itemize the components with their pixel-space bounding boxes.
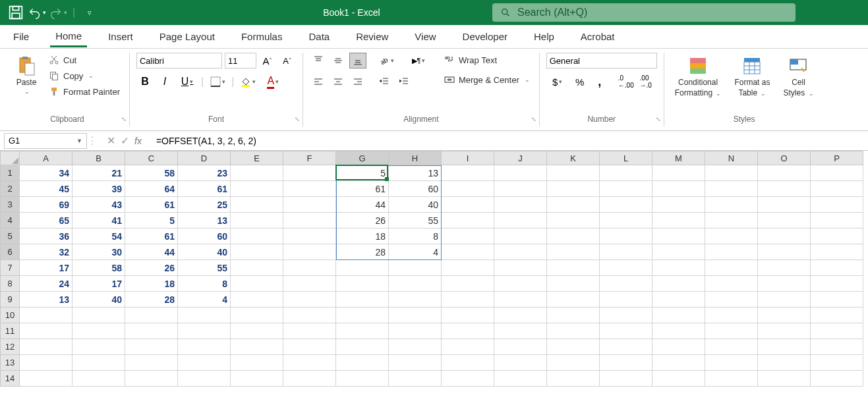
cell-G12[interactable]: [336, 339, 389, 355]
cell-L6[interactable]: [600, 244, 652, 260]
cell-I6[interactable]: [442, 244, 494, 260]
cell-F13[interactable]: [283, 355, 336, 371]
cell-I7[interactable]: [442, 260, 494, 276]
cell-E7[interactable]: [231, 260, 283, 276]
column-header-E[interactable]: E: [231, 151, 283, 165]
cell-D12[interactable]: [178, 339, 231, 355]
cell-C10[interactable]: [125, 308, 178, 323]
cell-B5[interactable]: 54: [72, 229, 125, 244]
cell-P9[interactable]: [811, 292, 863, 308]
cell-M2[interactable]: [652, 181, 705, 197]
cell-P8[interactable]: [811, 276, 863, 292]
cell-C4[interactable]: 5: [125, 213, 178, 229]
cell-L1[interactable]: [600, 165, 652, 181]
cell-J2[interactable]: [494, 181, 547, 197]
cell-M12[interactable]: [652, 339, 705, 355]
column-header-N[interactable]: N: [705, 151, 758, 165]
cell-G1[interactable]: 5: [336, 165, 389, 181]
cell-O1[interactable]: [758, 165, 811, 181]
copy-button[interactable]: Copy⌄: [46, 68, 123, 83]
cell-E12[interactable]: [231, 339, 283, 355]
cell-H5[interactable]: 8: [389, 229, 442, 244]
cell-K3[interactable]: [547, 197, 600, 213]
cell-L3[interactable]: [600, 197, 652, 213]
percent-format-icon[interactable]: %: [571, 74, 589, 90]
cell-A5[interactable]: 36: [20, 229, 72, 244]
cell-J10[interactable]: [494, 308, 547, 323]
cell-O10[interactable]: [758, 308, 811, 323]
cell-G14[interactable]: [336, 371, 389, 387]
cell-D9[interactable]: 4: [178, 292, 231, 308]
cell-P2[interactable]: [811, 181, 863, 197]
cell-C7[interactable]: 26: [125, 260, 178, 276]
column-header-M[interactable]: M: [652, 151, 705, 165]
cell-G4[interactable]: 26: [336, 213, 389, 229]
cell-P12[interactable]: [811, 339, 863, 355]
cancel-formula-icon[interactable]: ✕: [107, 134, 115, 147]
cell-H2[interactable]: 60: [389, 181, 442, 197]
customize-qat-icon[interactable]: ▿: [80, 3, 99, 22]
cell-J1[interactable]: [494, 165, 547, 181]
comma-format-icon[interactable]: ,: [591, 74, 608, 90]
cell-K1[interactable]: [547, 165, 600, 181]
font-name-select[interactable]: [136, 53, 222, 68]
cell-N12[interactable]: [705, 339, 758, 355]
cell-O3[interactable]: [758, 197, 811, 213]
cell-P4[interactable]: [811, 213, 863, 229]
cell-P11[interactable]: [811, 323, 863, 339]
cell-J3[interactable]: [494, 197, 547, 213]
cell-H7[interactable]: [389, 260, 442, 276]
name-box[interactable]: G1▼: [4, 133, 87, 149]
cell-B12[interactable]: [72, 339, 125, 355]
cell-F7[interactable]: [283, 260, 336, 276]
cell-J13[interactable]: [494, 355, 547, 371]
cell-C5[interactable]: 61: [125, 229, 178, 244]
decrease-decimal-icon[interactable]: .00→.0: [637, 74, 654, 90]
cell-E8[interactable]: [231, 276, 283, 292]
cell-F9[interactable]: [283, 292, 336, 308]
cell-J14[interactable]: [494, 371, 547, 387]
cell-I13[interactable]: [442, 355, 494, 371]
decrease-indent-icon[interactable]: [376, 74, 393, 90]
row-header-5[interactable]: 5: [0, 229, 20, 244]
row-header-1[interactable]: 1: [0, 165, 20, 181]
format-painter-button[interactable]: Format Painter: [46, 84, 123, 99]
cell-N1[interactable]: [705, 165, 758, 181]
cell-O5[interactable]: [758, 229, 811, 244]
row-header-4[interactable]: 4: [0, 213, 20, 229]
cell-E9[interactable]: [231, 292, 283, 308]
cell-G7[interactable]: [336, 260, 389, 276]
cell-K12[interactable]: [547, 339, 600, 355]
column-header-A[interactable]: A: [20, 151, 72, 165]
cell-D2[interactable]: 61: [178, 181, 231, 197]
cell-E10[interactable]: [231, 308, 283, 323]
cell-K14[interactable]: [547, 371, 600, 387]
cell-F4[interactable]: [283, 213, 336, 229]
alignment-launcher-icon[interactable]: ⤡: [531, 116, 536, 122]
cell-L7[interactable]: [600, 260, 652, 276]
cell-N11[interactable]: [705, 323, 758, 339]
cell-O11[interactable]: [758, 323, 811, 339]
cell-F6[interactable]: [283, 244, 336, 260]
cell-K13[interactable]: [547, 355, 600, 371]
cell-I3[interactable]: [442, 197, 494, 213]
row-header-13[interactable]: 13: [0, 355, 20, 371]
cell-E2[interactable]: [231, 181, 283, 197]
cell-I5[interactable]: [442, 229, 494, 244]
cell-A9[interactable]: 13: [20, 292, 72, 308]
cell-G13[interactable]: [336, 355, 389, 371]
font-color-button[interactable]: A▾: [262, 74, 284, 90]
cell-J11[interactable]: [494, 323, 547, 339]
cell-F1[interactable]: [283, 165, 336, 181]
column-header-P[interactable]: P: [811, 151, 863, 165]
cell-B10[interactable]: [72, 308, 125, 323]
cell-F12[interactable]: [283, 339, 336, 355]
row-header-7[interactable]: 7: [0, 260, 20, 276]
cell-B3[interactable]: 43: [72, 197, 125, 213]
cell-styles-button[interactable]: Cell Styles ⌄: [779, 53, 817, 100]
cell-G11[interactable]: [336, 323, 389, 339]
cell-C2[interactable]: 64: [125, 181, 178, 197]
column-header-C[interactable]: C: [125, 151, 178, 165]
tab-insert[interactable]: Insert: [103, 27, 138, 46]
cell-K8[interactable]: [547, 276, 600, 292]
